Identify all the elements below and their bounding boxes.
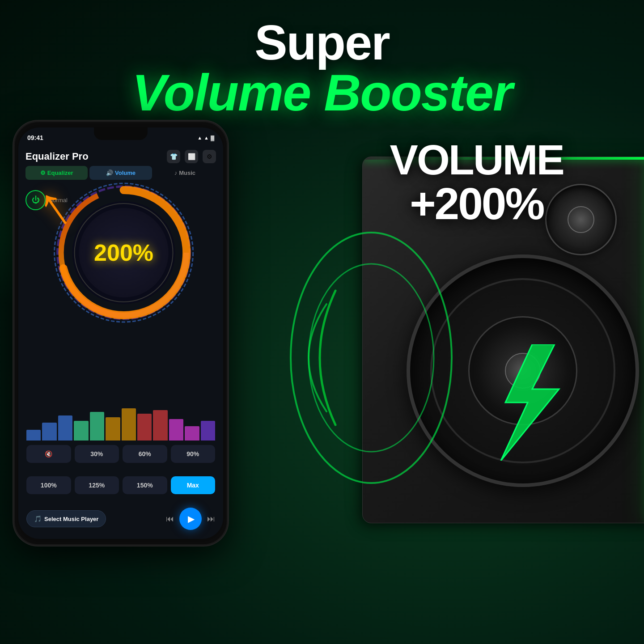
select-music-label: Select Music Player xyxy=(44,516,98,522)
volume-grid-row1: 🔇 30% 60% 90% xyxy=(23,445,219,463)
title-super: Super xyxy=(0,18,644,67)
volume-dial[interactable]: ↑ 200% xyxy=(50,179,198,326)
sound-waves-svg xyxy=(282,224,461,492)
vol-btn-125[interactable]: 125% xyxy=(75,476,119,494)
svg-point-5 xyxy=(291,233,452,483)
status-time: 09:41 xyxy=(27,134,43,141)
music-tab-label: Music xyxy=(179,169,195,176)
bottom-controls: 🎵 Select Music Player ⏮ ▶ ⏭ xyxy=(23,508,219,530)
status-bar: 09:41 ▲ ▲ ▓ xyxy=(27,132,214,143)
dial-outer: ↑ 200% xyxy=(50,179,198,326)
settings-icon[interactable]: ⚙ xyxy=(203,150,216,163)
volume-badge-text: VOLUME +200% xyxy=(390,139,564,226)
volume-grid-row2: 100% 125% 150% Max xyxy=(23,476,219,494)
volume-tab-icon: 🔊 xyxy=(106,169,113,176)
select-music-button[interactable]: 🎵 Select Music Player xyxy=(26,510,106,527)
play-icon: ▶ xyxy=(188,513,195,524)
app-header: Equalizer Pro 👕 ⬜ ⚙ xyxy=(18,145,223,167)
vol-btn-100[interactable]: 100% xyxy=(26,476,71,494)
signal-icon: ▲ xyxy=(204,135,209,140)
tweeter-center xyxy=(568,206,594,233)
battery-icon: ▓ xyxy=(211,135,214,140)
header-icons: 👕 ⬜ ⚙ xyxy=(167,150,216,163)
title-section: Super Volume Booster xyxy=(0,18,644,119)
vol-btn-max[interactable]: Max xyxy=(171,476,216,494)
music-tab-icon: ♪ xyxy=(174,169,178,176)
eq-bars xyxy=(23,405,219,441)
tab-volume[interactable]: 🔊 Volume xyxy=(89,166,152,180)
phone-shell: 09:41 ▲ ▲ ▓ Equalizer Pro 👕 ⬜ ⚙ xyxy=(13,121,228,546)
next-button[interactable]: ⏭ xyxy=(207,514,215,524)
volume-badge-line2: +200% xyxy=(390,181,564,226)
vol-btn-60[interactable]: 60% xyxy=(123,445,167,463)
phone-screen: 09:41 ▲ ▲ ▓ Equalizer Pro 👕 ⬜ ⚙ xyxy=(18,127,223,539)
dial-percent-value: 200% xyxy=(94,239,153,266)
playback-controls: ⏮ ▶ ⏭ xyxy=(166,508,215,530)
vol-btn-150[interactable]: 150% xyxy=(123,476,167,494)
play-button[interactable]: ▶ xyxy=(179,508,202,530)
prev-button[interactable]: ⏮ xyxy=(166,514,174,524)
status-icons: ▲ ▲ ▓ xyxy=(197,135,214,140)
app-title: Equalizer Pro xyxy=(25,151,89,162)
volume-tab-label: Volume xyxy=(115,169,136,176)
music-player-icon: 🎵 xyxy=(34,515,42,522)
volume-badge: VOLUME +200% xyxy=(390,139,564,226)
vol-btn-30[interactable]: 30% xyxy=(75,445,119,463)
layout-icon[interactable]: ⬜ xyxy=(185,150,198,163)
theme-icon[interactable]: 👕 xyxy=(167,150,180,163)
svg-point-6 xyxy=(309,264,434,452)
tab-music[interactable]: ♪ Music xyxy=(154,166,216,180)
dial-center: 200% xyxy=(79,208,169,297)
wifi-icon: ▲ xyxy=(197,135,202,140)
equalizer-tab-label: Equalizer xyxy=(47,169,73,176)
volume-badge-line1: VOLUME xyxy=(390,139,564,181)
phone-mockup: 09:41 ▲ ▲ ▓ Equalizer Pro 👕 ⬜ ⚙ xyxy=(13,121,228,546)
title-volume-booster: Volume Booster xyxy=(0,67,644,119)
mute-icon: 🔇 xyxy=(45,450,52,458)
vol-btn-90[interactable]: 90% xyxy=(171,445,216,463)
lightning-bolt xyxy=(487,344,568,461)
vol-btn-mute[interactable]: 🔇 xyxy=(26,445,71,463)
